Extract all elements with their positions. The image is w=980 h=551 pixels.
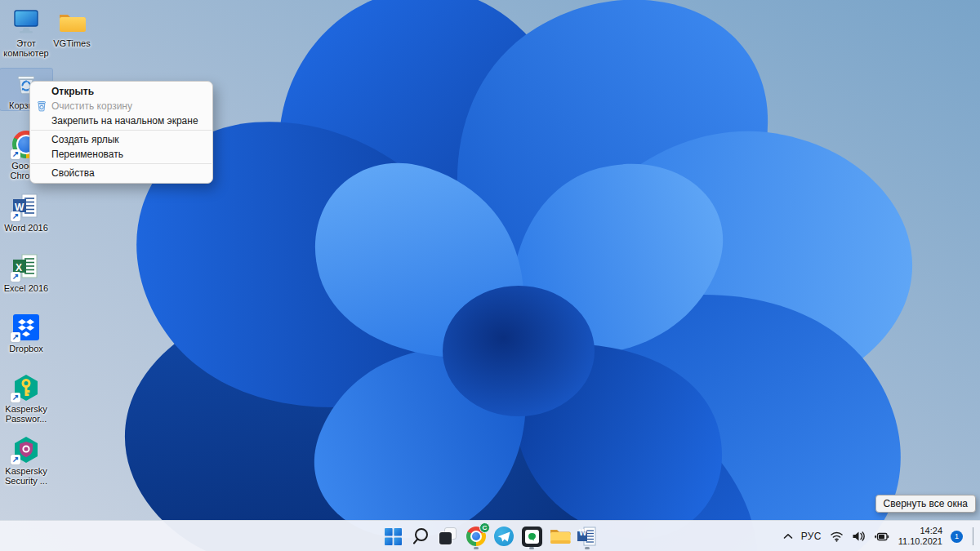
menu-separator xyxy=(31,130,212,131)
chrome-profile-badge: C xyxy=(479,522,490,533)
windows-logo-icon xyxy=(385,528,402,545)
icon-label: Excel 2016 xyxy=(4,283,48,293)
taskbar-explorer-button[interactable] xyxy=(546,522,573,551)
menu-item-label: Очистить корзину xyxy=(51,100,132,112)
shortcut-arrow-icon: ↗ xyxy=(11,332,20,342)
menu-item-pin-to-start[interactable]: Закрепить на начальном экране xyxy=(30,113,212,128)
icon-label: Этот компьютер xyxy=(0,38,52,58)
icon-label: Dropbox xyxy=(9,344,43,353)
dropbox-icon: ↗ xyxy=(10,312,42,343)
clock-time: 14:24 xyxy=(898,526,942,536)
search-button[interactable] xyxy=(407,522,434,551)
desktop-icon-word-2016[interactable]: W ↗ Word 2016 xyxy=(0,191,52,233)
language-indicator[interactable]: РУС xyxy=(797,524,826,549)
this-pc-icon xyxy=(10,7,42,38)
task-view-button[interactable] xyxy=(434,522,462,551)
kaspersky-security-icon: ↗ xyxy=(10,434,42,465)
telegram-icon xyxy=(493,526,514,547)
word-icon: W ↗ xyxy=(10,191,42,222)
shortcut-arrow-icon: ↗ xyxy=(11,211,20,221)
shortcut-arrow-icon: ↗ xyxy=(11,272,20,282)
wifi-icon[interactable] xyxy=(826,524,848,549)
menu-item-properties[interactable]: Свойства xyxy=(30,166,212,180)
system-tray: РУС xyxy=(779,521,973,551)
empty-recycle-bin-icon xyxy=(36,100,47,112)
taskbar-evernote-button[interactable] xyxy=(518,522,546,551)
excel-icon: X ↗ xyxy=(10,251,42,282)
file-explorer-icon xyxy=(549,527,571,546)
battery-icon[interactable] xyxy=(869,524,893,549)
volume-icon[interactable] xyxy=(848,524,869,549)
evernote-icon xyxy=(522,527,542,547)
show-desktop-button[interactable] xyxy=(973,527,973,545)
notification-badge[interactable]: 1 xyxy=(951,531,963,543)
windows-desktop[interactable]: Этот компьютер VGTimes xyxy=(0,0,980,551)
menu-separator xyxy=(31,163,212,164)
desktop-icon-excel-2016[interactable]: X ↗ Excel 2016 xyxy=(0,251,52,293)
menu-item-rename[interactable]: Переименовать xyxy=(30,147,212,162)
icon-label: Kaspersky Security ... xyxy=(0,466,52,486)
taskbar: C xyxy=(0,520,980,551)
taskbar-word-button[interactable]: W xyxy=(573,522,601,551)
desktop-icon-dropbox[interactable]: ↗ Dropbox xyxy=(0,312,52,353)
shortcut-arrow-icon: ↗ xyxy=(11,455,20,464)
tray-overflow-button[interactable] xyxy=(779,524,797,549)
kaspersky-password-icon: ↗ xyxy=(10,372,42,403)
desktop-icon-vgtimes[interactable]: VGTimes xyxy=(46,7,98,48)
icon-label: Kaspersky Passwor... xyxy=(0,404,52,424)
recycle-bin-context-menu: Открыть Очистить корзину Закрепить на на… xyxy=(29,81,213,184)
shortcut-arrow-icon: ↗ xyxy=(11,393,20,402)
chevron-up-icon xyxy=(783,533,793,540)
menu-item-create-shortcut[interactable]: Создать ярлык xyxy=(30,132,212,147)
menu-item-open[interactable]: Открыть xyxy=(30,84,212,99)
desktop-icon-this-pc[interactable]: Этот компьютер xyxy=(0,7,52,58)
clock[interactable]: 14:24 11.10.2021 xyxy=(893,526,947,547)
icon-label: Word 2016 xyxy=(4,223,48,233)
clock-date: 11.10.2021 xyxy=(898,536,942,547)
desktop-icon-kaspersky-password[interactable]: ↗ Kaspersky Passwor... xyxy=(0,372,52,424)
menu-item-empty-recycle-bin[interactable]: Очистить корзину xyxy=(30,99,212,113)
taskbar-telegram-button[interactable] xyxy=(490,522,518,551)
folder-icon xyxy=(56,7,88,38)
desktop-icon-kaspersky-security[interactable]: ↗ Kaspersky Security ... xyxy=(0,434,52,486)
start-button[interactable] xyxy=(379,522,407,551)
icon-label: VGTimes xyxy=(53,38,90,48)
running-indicator xyxy=(585,547,590,549)
taskbar-chrome-button[interactable]: C xyxy=(462,522,490,551)
show-desktop-tooltip: Свернуть все окна xyxy=(875,495,976,513)
shortcut-arrow-icon: ↗ xyxy=(11,149,20,159)
running-indicator xyxy=(474,547,479,549)
running-indicator xyxy=(529,547,534,549)
taskbar-center-icons: C xyxy=(379,521,601,551)
search-icon xyxy=(411,527,430,546)
